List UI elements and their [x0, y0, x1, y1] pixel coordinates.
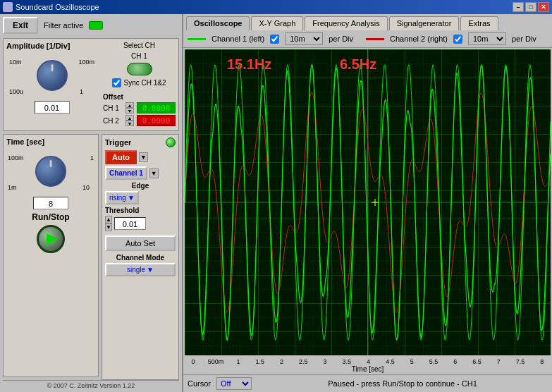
autoset-button[interactable]: Auto Set	[105, 235, 176, 251]
ch1-perdiv-label: per Div	[329, 35, 353, 43]
tab-extras[interactable]: Extras	[460, 16, 498, 30]
ch1-checkbox[interactable]	[270, 35, 279, 44]
channel1-button[interactable]: Channel 1	[105, 166, 147, 180]
threshold-down[interactable]: ▼	[105, 223, 112, 231]
trigger-section: Trigger Auto ▼ Channel 1 ▼ Edge rising	[102, 134, 179, 380]
trigger-title: Trigger	[105, 138, 131, 147]
threshold-up[interactable]: ▲	[105, 216, 112, 223]
x-axis-label: 3.5	[340, 358, 354, 365]
rising-button[interactable]: rising ▼	[105, 191, 139, 204]
cursor-select[interactable]: Off On	[216, 377, 252, 390]
x-axis-label: 3	[318, 358, 332, 365]
filter-indicator	[89, 21, 103, 30]
offset-ch1-down[interactable]: ▼	[125, 108, 134, 114]
x-axis-label: 7	[491, 358, 505, 365]
tab-xy-graph[interactable]: X-Y Graph	[251, 16, 303, 30]
x-axis-label: 4	[362, 358, 376, 365]
offset-ch1-value[interactable]: 0.0000	[137, 102, 176, 114]
x-axis-container: 0500m11.522.533.544.555.566.577.58 Time …	[183, 357, 552, 374]
channel-controls: Channel 1 (left) 10m 100m 1 per Div Chan…	[183, 30, 552, 48]
ch2-perdiv-label: per Div	[512, 35, 536, 43]
ch1-line	[188, 38, 206, 40]
title-bar: Soundcard Oszilloscope – □ ✕	[0, 0, 552, 14]
waveform-canvas	[185, 49, 551, 355]
tabs-bar: Oscilloscope X-Y Graph Frequency Analysi…	[183, 14, 552, 30]
tab-frequency-analysis[interactable]: Frequency Analysis	[305, 16, 387, 30]
x-axis-label: 5.5	[427, 358, 441, 365]
offset-title: Offset	[103, 93, 176, 101]
crosshair-marker	[372, 199, 379, 206]
x-axis-label: 1	[231, 358, 245, 365]
channel-mode-label: Channel Mode	[105, 254, 176, 262]
time-knob[interactable]	[35, 156, 66, 187]
status-text: Paused - press Run/Stop to continue - CH…	[257, 379, 548, 388]
bottom-bar: Cursor Off On Paused - press Run/Stop to…	[183, 374, 552, 392]
amplitude-title: Amplitude [1/Div]	[6, 42, 97, 50]
single-button[interactable]: single ▼	[105, 263, 176, 276]
x-axis-label: 4.5	[383, 358, 397, 365]
ch1-perdiv-select[interactable]: 10m 100m 1	[285, 32, 323, 45]
ch2-perdiv-select[interactable]: 10m 100m 1	[468, 32, 506, 45]
offset-ch1-label: CH 1	[103, 104, 123, 112]
amp-knob-label-br: 1	[80, 88, 83, 95]
time-title: Time [sec]	[6, 137, 95, 146]
copyright: © 2007 C. Zeitnitz Version 1.22	[3, 380, 179, 389]
sync-label: Sync CH 1&2	[123, 79, 166, 87]
tab-oscilloscope[interactable]: Oscilloscope	[186, 16, 250, 30]
x-axis-title: Time [sec]	[185, 365, 551, 373]
tab-signalgenerator[interactable]: Signalgenerator	[389, 16, 460, 30]
threshold-value[interactable]: 0.01	[114, 217, 146, 230]
x-axis-label: 8	[535, 358, 549, 365]
runstop-label: Run/Stop	[32, 212, 69, 222]
maximize-button[interactable]: □	[525, 2, 536, 12]
ch2-checkbox[interactable]	[453, 35, 462, 44]
time-value[interactable]: 8	[33, 197, 68, 209]
minimize-button[interactable]: –	[513, 2, 524, 12]
time-knob-tr: 1	[90, 154, 94, 161]
offset-ch2-label: CH 2	[103, 117, 123, 125]
amp-knob-label-bl: 100u	[9, 88, 23, 95]
play-icon	[47, 233, 58, 245]
cursor-label: Cursor	[188, 379, 211, 388]
threshold-label: Threshold	[105, 207, 176, 214]
sync-checkbox[interactable]	[112, 78, 121, 87]
exit-button[interactable]: Exit	[3, 17, 38, 34]
amp-knob-label-tl: 10m	[9, 59, 22, 66]
freq-label-ch2: 6.5Hz	[340, 56, 376, 73]
runstop-button[interactable]	[37, 225, 65, 253]
offset-ch1-up[interactable]: ▲	[125, 102, 134, 108]
auto-button[interactable]: Auto	[105, 150, 137, 164]
offset-ch2-value[interactable]: 0.0000	[137, 115, 176, 126]
x-axis-label: 5	[405, 358, 419, 365]
time-section: Time [sec] 100m 1 1m 10 8 Run/Stop	[3, 134, 99, 377]
close-button[interactable]: ✕	[538, 2, 549, 12]
x-axis-label: 2.5	[296, 358, 310, 365]
offset-ch2-up[interactable]: ▲	[125, 115, 134, 121]
time-knob-br: 10	[82, 184, 90, 191]
time-knob-bl: 1m	[8, 184, 17, 191]
x-axis-label: 6.5	[470, 358, 484, 365]
ch1-indicator[interactable]	[127, 63, 152, 75]
single-label: single	[127, 266, 145, 274]
auto-arrow[interactable]: ▼	[139, 152, 148, 162]
ch2-line	[366, 38, 384, 40]
filter-label: Filter active	[44, 21, 83, 30]
amplitude-knob[interactable]	[37, 60, 68, 91]
x-axis-label: 2	[275, 358, 289, 365]
app-icon	[3, 2, 13, 12]
x-axis-labels: 0500m11.522.533.544.555.566.577.58	[185, 357, 551, 365]
rising-arrow: ▼	[128, 194, 135, 202]
freq-label-ch1: 15.1Hz	[227, 56, 271, 73]
trigger-indicator	[166, 137, 176, 147]
edge-label: Edge	[105, 182, 176, 190]
rising-label: rising	[109, 194, 126, 202]
app-title: Soundcard Oszilloscope	[16, 3, 99, 11]
amp-knob-label-tr: 100m	[78, 59, 94, 66]
x-axis-label: 500m	[208, 358, 224, 365]
select-ch-label: Select CH	[123, 42, 155, 49]
amplitude-value[interactable]: 0.01	[35, 101, 70, 114]
offset-ch2-down[interactable]: ▼	[125, 121, 134, 126]
single-arrow: ▼	[147, 266, 154, 274]
scope-display: 15.1Hz 6.5Hz	[185, 49, 551, 355]
channel1-arrow[interactable]: ▼	[149, 169, 159, 178]
